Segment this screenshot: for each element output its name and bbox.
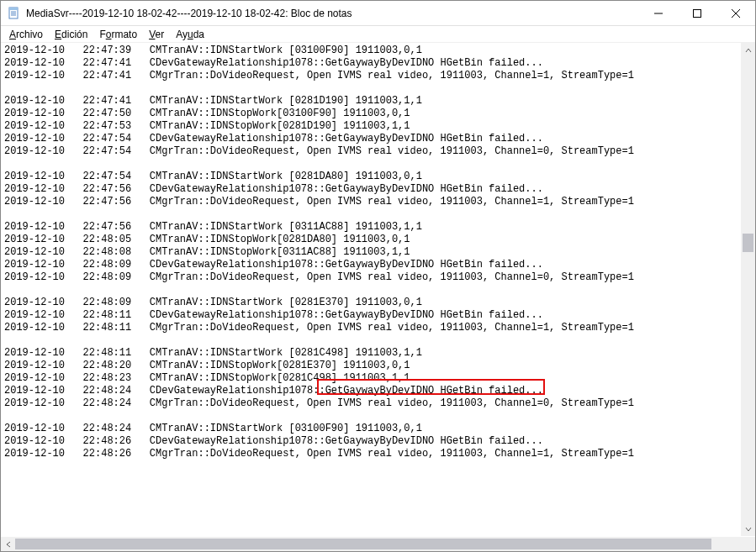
log-line[interactable]: 2019-12-10 22:48:24 CMTranAV::IDNStartWo… bbox=[4, 423, 740, 435]
log-line[interactable]: 2019-12-10 22:48:23 CMTranAV::IDNStopWor… bbox=[4, 372, 740, 385]
log-line[interactable]: 2019-12-10 22:48:09 CDevGatewayRelations… bbox=[4, 259, 740, 271]
horizontal-scroll-track[interactable] bbox=[15, 537, 741, 551]
menu-edit[interactable]: Edición bbox=[50, 28, 93, 41]
vertical-scroll-thumb[interactable] bbox=[743, 234, 753, 252]
chevron-left-icon bbox=[5, 541, 12, 548]
chevron-down-icon bbox=[745, 526, 752, 533]
log-line[interactable]: 2019-12-10 22:47:50 CMTranAV::IDNStopWor… bbox=[4, 108, 740, 120]
horizontal-scrollbar[interactable] bbox=[1, 537, 755, 551]
log-line[interactable]: 2019-12-10 22:47:41 CDevGatewayRelations… bbox=[4, 57, 740, 70]
log-line[interactable] bbox=[4, 460, 740, 473]
maximize-button[interactable] bbox=[678, 1, 716, 25]
scroll-down-button[interactable] bbox=[741, 522, 755, 536]
maximize-icon bbox=[693, 9, 701, 18]
log-line[interactable]: 2019-12-10 22:48:09 CMTranAV::IDNStartWo… bbox=[4, 297, 740, 309]
log-line[interactable] bbox=[4, 410, 740, 423]
text-area[interactable]: 2019-12-10 22:47:39 CMTranAV::IDNStartWo… bbox=[1, 43, 755, 551]
log-line[interactable] bbox=[4, 158, 740, 171]
log-line[interactable]: 2019-12-10 22:48:11 CMTranAV::IDNStartWo… bbox=[4, 347, 740, 360]
log-body[interactable]: 2019-12-10 22:47:39 CMTranAV::IDNStartWo… bbox=[4, 45, 740, 536]
menu-file[interactable]: Archivo bbox=[4, 28, 48, 41]
log-line[interactable]: 2019-12-10 22:47:56 CDevGatewayRelations… bbox=[4, 183, 740, 196]
log-line[interactable]: 2019-12-10 22:47:54 CMgrTran::DoVideoReq… bbox=[4, 145, 740, 158]
svg-rect-6 bbox=[694, 9, 701, 17]
scroll-up-button[interactable] bbox=[741, 43, 755, 57]
menu-format[interactable]: Formato bbox=[94, 28, 142, 41]
log-line[interactable]: 2019-12-10 22:48:05 CMTranAV::IDNStopWor… bbox=[4, 234, 740, 246]
log-line[interactable]: 2019-12-10 22:47:39 CMTranAV::IDNStartWo… bbox=[4, 45, 740, 57]
close-button[interactable] bbox=[716, 1, 755, 25]
log-line[interactable]: 2019-12-10 22:48:24 CDevGatewayRelations… bbox=[4, 385, 740, 397]
notepad-window: MediaSvr----2019-12-10 18-02-42----2019-… bbox=[0, 0, 756, 552]
log-line[interactable]: 2019-12-10 22:48:20 CMTranAV::IDNStopWor… bbox=[4, 360, 740, 372]
log-line[interactable] bbox=[4, 284, 740, 297]
vertical-scroll-track[interactable] bbox=[741, 57, 755, 522]
titlebar[interactable]: MediaSvr----2019-12-10 18-02-42----2019-… bbox=[1, 1, 755, 26]
log-line[interactable]: 2019-12-10 22:47:56 CMTranAV::IDNStartWo… bbox=[4, 221, 740, 234]
menubar: Archivo Edición Formato Ver Ayuda bbox=[1, 26, 755, 43]
menu-view[interactable]: Ver bbox=[144, 28, 169, 41]
scroll-left-button[interactable] bbox=[1, 537, 15, 551]
log-line[interactable]: 2019-12-10 22:48:24 CMgrTran::DoVideoReq… bbox=[4, 397, 740, 410]
log-line[interactable]: 2019-12-10 22:48:11 CMgrTran::DoVideoReq… bbox=[4, 322, 740, 334]
log-line[interactable] bbox=[4, 82, 740, 95]
horizontal-scroll-thumb[interactable] bbox=[15, 539, 711, 549]
menu-help[interactable]: Ayuda bbox=[171, 28, 209, 41]
chevron-up-icon bbox=[745, 47, 752, 54]
log-line[interactable]: 2019-12-10 22:47:41 CMgrTran::DoVideoReq… bbox=[4, 70, 740, 82]
log-line[interactable]: 2019-12-10 22:48:26 CDevGatewayRelations… bbox=[4, 435, 740, 448]
log-line[interactable]: 2019-12-10 22:47:54 CMTranAV::IDNStartWo… bbox=[4, 171, 740, 183]
log-line[interactable]: 2019-12-10 22:48:26 CMgrTran::DoVideoReq… bbox=[4, 448, 740, 460]
log-line[interactable] bbox=[4, 208, 740, 221]
close-icon bbox=[732, 9, 740, 18]
log-line[interactable]: 2019-12-10 22:48:09 CMgrTran::DoVideoReq… bbox=[4, 271, 740, 284]
log-line[interactable] bbox=[4, 334, 740, 347]
minimize-button[interactable] bbox=[639, 1, 678, 25]
log-line[interactable]: 2019-12-10 22:47:41 CMTranAV::IDNStartWo… bbox=[4, 95, 740, 108]
scrollbar-corner bbox=[741, 537, 755, 551]
log-line[interactable]: 2019-12-10 22:47:53 CMTranAV::IDNStopWor… bbox=[4, 120, 740, 133]
minimize-icon bbox=[654, 9, 663, 18]
window-title: MediaSvr----2019-12-10 18-02-42----2019-… bbox=[26, 8, 639, 19]
log-line[interactable]: 2019-12-10 22:47:54 CDevGatewayRelations… bbox=[4, 133, 740, 145]
log-line[interactable]: 2019-12-10 22:48:08 CMTranAV::IDNStopWor… bbox=[4, 246, 740, 259]
vertical-scrollbar[interactable] bbox=[741, 43, 755, 536]
log-line[interactable]: 2019-12-10 22:48:11 CDevGatewayRelations… bbox=[4, 309, 740, 322]
log-line[interactable]: 2019-12-10 22:47:56 CMgrTran::DoVideoReq… bbox=[4, 196, 740, 208]
svg-rect-1 bbox=[9, 8, 18, 10]
notepad-icon bbox=[8, 7, 21, 20]
window-controls bbox=[639, 1, 755, 25]
